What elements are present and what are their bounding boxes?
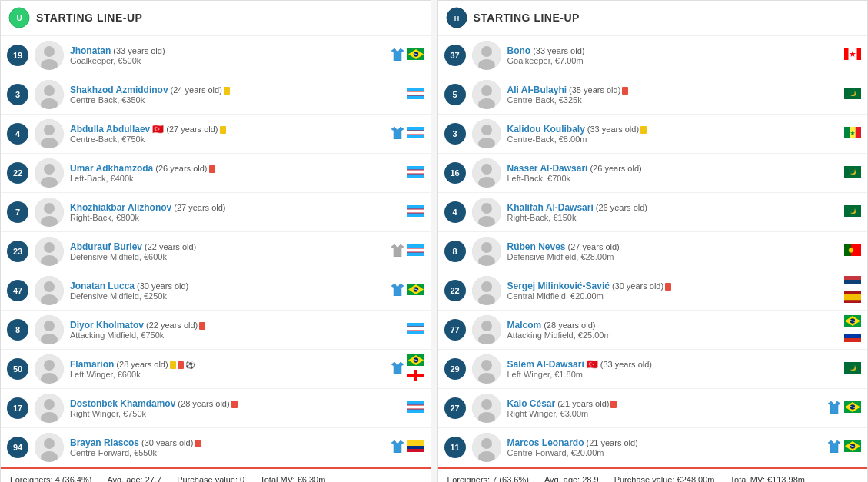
player-name[interactable]: Marcos Leonardo(21 years old) bbox=[507, 437, 638, 448]
player-name[interactable]: Abdurauf Buriev(22 years old) bbox=[70, 241, 196, 252]
player-name[interactable]: Khalifah Al-Dawsari(26 years old) bbox=[507, 202, 648, 213]
shirt-icon bbox=[391, 127, 404, 141]
team2-foreigners: Foreigners: 7 (63.6%) bbox=[447, 475, 529, 482]
player-number: 94 bbox=[7, 437, 28, 458]
player-name[interactable]: Brayan Riascos(30 years old) bbox=[70, 437, 201, 448]
player-position: Defensive Midfield, €600k bbox=[70, 252, 391, 261]
flag-brazil bbox=[407, 354, 424, 368]
player-icons bbox=[391, 48, 424, 63]
player-info: Shakhzod Azmiddinov(24 years old)Centre-… bbox=[70, 85, 407, 105]
player-name[interactable]: Ali Al-Bulayhi(35 years old) bbox=[507, 85, 629, 95]
player-name[interactable]: Shakhzod Azmiddinov(24 years old) bbox=[70, 85, 230, 95]
svg-point-148 bbox=[481, 399, 492, 410]
table-row: 47Jonatan Lucca(30 years old)Defensive M… bbox=[1, 271, 431, 311]
player-name[interactable]: Nasser Al-Dawsari(26 years old) bbox=[507, 163, 642, 174]
player-name[interactable]: Sergej Milinković-Savić(30 years old) bbox=[507, 281, 672, 291]
svg-rect-86 bbox=[407, 446, 424, 449]
player-position: Right Winger, €750k bbox=[70, 409, 407, 418]
svg-point-65 bbox=[44, 360, 55, 371]
flags-group bbox=[844, 127, 861, 141]
flag-uzbekistan bbox=[407, 88, 424, 101]
player-name[interactable]: Kalidou Koulibaly(33 years old) bbox=[507, 124, 647, 135]
player-number: 3 bbox=[444, 123, 466, 145]
player-position: Attacking Midfield, €25.00m bbox=[507, 331, 845, 340]
player-name[interactable]: Salem Al-Dawsari🇹🇷(33 years old) bbox=[507, 359, 653, 370]
player-name[interactable]: Jhonatan(33 years old) bbox=[70, 45, 165, 56]
flag-canada bbox=[844, 48, 861, 62]
player-number: 4 bbox=[444, 201, 466, 223]
svg-text:🌙: 🌙 bbox=[850, 169, 856, 175]
avatar bbox=[472, 276, 501, 305]
svg-rect-21 bbox=[407, 131, 424, 135]
player-age: (30 years old) bbox=[612, 281, 663, 291]
player-position: Attacking Midfield, €750k bbox=[70, 331, 407, 340]
avatar bbox=[35, 276, 64, 305]
player-number: 17 bbox=[7, 397, 28, 419]
svg-rect-140 bbox=[844, 334, 861, 338]
svg-rect-104 bbox=[844, 127, 850, 138]
table-row: 50Flamarion(28 years old)⚽Left Winger, €… bbox=[1, 350, 431, 389]
svg-rect-63 bbox=[407, 331, 424, 331]
player-age: (27 years old) bbox=[174, 203, 225, 212]
flag-uzbekistan bbox=[407, 401, 424, 415]
player-icons bbox=[844, 127, 861, 141]
svg-point-3 bbox=[44, 46, 55, 57]
flags-group bbox=[407, 354, 424, 384]
player-age: (28 years old) bbox=[116, 360, 168, 369]
svg-rect-73 bbox=[407, 374, 424, 377]
player-icons bbox=[407, 166, 424, 180]
player-name[interactable]: Diyor Kholmatov(22 years old) bbox=[70, 320, 205, 331]
svg-rect-37 bbox=[407, 209, 424, 213]
player-icons bbox=[391, 244, 424, 259]
player-position: Goalkeeper, €7.00m bbox=[507, 56, 845, 65]
player-icons bbox=[844, 244, 861, 258]
avatar bbox=[35, 198, 64, 227]
player-name[interactable]: Flamarion(28 years old)⚽ bbox=[70, 359, 195, 370]
player-name[interactable]: Malcom(28 years old) bbox=[507, 320, 596, 331]
avatar bbox=[35, 394, 64, 423]
svg-rect-129 bbox=[844, 284, 861, 288]
player-name[interactable]: Umar Adkhamzoda(26 years old) bbox=[70, 163, 215, 174]
svg-rect-139 bbox=[844, 331, 861, 334]
avatar bbox=[472, 198, 501, 227]
player-age: (27 years old) bbox=[568, 242, 620, 251]
player-name[interactable]: Dostonbek Khamdamov(28 years old) bbox=[70, 398, 238, 409]
svg-rect-62 bbox=[407, 327, 424, 327]
player-icons bbox=[391, 440, 424, 455]
player-icons: 🌙 bbox=[844, 362, 861, 376]
yellow-card bbox=[220, 126, 226, 134]
avatar bbox=[35, 315, 64, 344]
svg-text:🌙: 🌙 bbox=[850, 208, 856, 214]
flag-russia bbox=[844, 331, 861, 344]
player-position: Left-Back, €400k bbox=[70, 174, 407, 183]
player-number: 4 bbox=[7, 123, 28, 145]
player-name[interactable]: Kaio César(21 years old) bbox=[507, 398, 617, 409]
flags-group bbox=[844, 401, 861, 415]
player-age: (33 years old) bbox=[600, 360, 652, 369]
svg-rect-15 bbox=[407, 91, 424, 92]
player-name[interactable]: Khozhiakbar Alizhonov(27 years old) bbox=[70, 202, 226, 213]
player-position: Left Winger, €1.80m bbox=[507, 370, 845, 379]
svg-rect-14 bbox=[407, 95, 424, 99]
svg-point-42 bbox=[44, 242, 55, 253]
svg-rect-77 bbox=[407, 401, 424, 405]
player-name[interactable]: Bono(33 years old) bbox=[507, 45, 585, 56]
player-number: 29 bbox=[444, 358, 466, 380]
player-age: (21 years old) bbox=[587, 438, 638, 447]
flag-portugal bbox=[844, 244, 861, 258]
player-name[interactable]: Rúben Neves(27 years old) bbox=[507, 241, 620, 252]
player-name[interactable]: Abdulla Abdullaev🇹🇷(27 years old) bbox=[70, 124, 226, 135]
table-row: 5Ali Al-Bulayhi(35 years old)Centre-Back… bbox=[438, 75, 868, 115]
flag-brazil bbox=[844, 315, 861, 329]
team1-foreigners: Foreigners: 4 (36.4%) bbox=[10, 475, 91, 482]
table-row: 29Salem Al-Dawsari🇹🇷(33 years old)Left W… bbox=[438, 350, 868, 389]
flags-group bbox=[407, 323, 424, 337]
flag-saudi: 🌙 bbox=[844, 88, 861, 101]
svg-text:🌙: 🌙 bbox=[850, 365, 856, 371]
svg-point-75 bbox=[44, 399, 55, 410]
shirt-icon bbox=[391, 244, 404, 259]
team1-total-mv: Total MV: €6.30m bbox=[260, 475, 325, 482]
flags-group bbox=[844, 276, 861, 305]
player-name[interactable]: Jonatan Lucca(30 years old) bbox=[70, 281, 188, 291]
svg-rect-48 bbox=[407, 252, 424, 253]
